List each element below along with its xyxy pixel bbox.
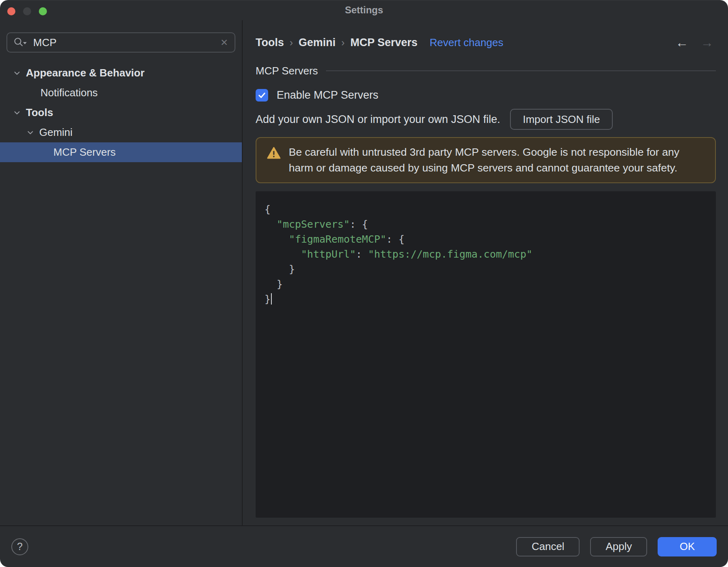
import-description: Add your own JSON or import your own JSO… [256, 113, 500, 126]
sidebar-item-gemini[interactable]: Gemini [0, 123, 242, 142]
title-bar: Settings [0, 0, 728, 20]
section-divider [326, 70, 716, 71]
breadcrumb: Tools › Gemini › MCP Servers Revert chan… [256, 36, 716, 49]
settings-search-field[interactable]: ✕ [6, 32, 235, 53]
cancel-button[interactable]: Cancel [516, 537, 580, 556]
breadcrumb-separator-icon: › [341, 37, 345, 49]
chevron-down-icon[interactable] [13, 108, 21, 117]
dialog-body: ✕ Appearance & Behavior Notifications To [0, 20, 728, 525]
search-input[interactable] [32, 36, 215, 49]
import-row: Add your own JSON or import your own JSO… [256, 109, 716, 130]
code-editor[interactable]: { "mcpServers": { "figmaRemoteMCP": { "h… [256, 191, 716, 518]
breadcrumb-separator-icon: › [290, 37, 293, 49]
traffic-lights [7, 7, 47, 15]
section-title: MCP Servers [256, 65, 318, 77]
ok-button[interactable]: OK [658, 537, 717, 556]
sidebar-item-notifications[interactable]: Notifications [0, 83, 242, 103]
revert-changes-link[interactable]: Revert changes [430, 36, 503, 49]
chevron-down-icon[interactable] [26, 128, 35, 137]
code-line: } [265, 292, 708, 307]
warning-text: Be careful with untrusted 3rd party MCP … [289, 144, 705, 176]
tree-item-label: Notifications [40, 87, 98, 99]
sidebar-item-mcp-servers[interactable]: MCP Servers [0, 142, 242, 162]
footer-bar: ? Cancel Apply OK [0, 525, 728, 567]
sidebar-item-tools[interactable]: Tools [0, 103, 242, 123]
breadcrumb-item-gemini[interactable]: Gemini [298, 36, 336, 49]
code-line: "mcpServers": { [265, 217, 708, 232]
enable-mcp-row: Enable MCP Servers [256, 89, 716, 102]
warning-banner: Be careful with untrusted 3rd party MCP … [256, 137, 716, 183]
zoom-window-button[interactable] [39, 7, 47, 15]
sidebar-item-appearance-behavior[interactable]: Appearance & Behavior [0, 63, 242, 83]
breadcrumb-item-tools[interactable]: Tools [256, 36, 284, 49]
settings-window: Settings ✕ Appearance & Behavior [0, 0, 728, 567]
search-icon [13, 37, 28, 48]
forward-arrow-icon: → [700, 36, 713, 49]
code-line: } [265, 277, 708, 292]
chevron-down-icon[interactable] [13, 69, 21, 78]
import-json-button[interactable]: Import JSON file [510, 109, 613, 130]
clear-search-icon[interactable]: ✕ [220, 38, 229, 47]
tree-item-label: Gemini [39, 126, 72, 139]
warning-triangle-icon [267, 147, 281, 160]
settings-sidebar: ✕ Appearance & Behavior Notifications To [0, 20, 243, 525]
apply-button[interactable]: Apply [590, 537, 647, 556]
tree-item-label: MCP Servers [53, 146, 116, 159]
text-cursor [271, 293, 272, 305]
minimize-window-button[interactable] [23, 7, 31, 15]
section-header: MCP Servers [256, 64, 716, 78]
enable-mcp-label: Enable MCP Servers [277, 89, 379, 102]
settings-main-panel: Tools › Gemini › MCP Servers Revert chan… [243, 20, 728, 525]
close-window-button[interactable] [7, 7, 15, 15]
code-line: "figmaRemoteMCP": { [265, 232, 708, 247]
code-line: "httpUrl": "https://mcp.figma.com/mcp" [265, 247, 708, 262]
window-title: Settings [345, 4, 383, 16]
help-icon[interactable]: ? [11, 538, 28, 555]
tree-item-label: Tools [26, 106, 53, 119]
tree-item-label: Appearance & Behavior [26, 67, 144, 79]
breadcrumb-item-mcp-servers: MCP Servers [350, 36, 417, 49]
settings-tree: Appearance & Behavior Notifications Tool… [0, 63, 242, 162]
code-line: } [265, 262, 708, 277]
code-line: { [265, 202, 708, 217]
checkmark-icon [257, 91, 267, 100]
back-arrow-icon[interactable]: ← [675, 36, 688, 49]
enable-mcp-checkbox[interactable] [256, 89, 268, 102]
